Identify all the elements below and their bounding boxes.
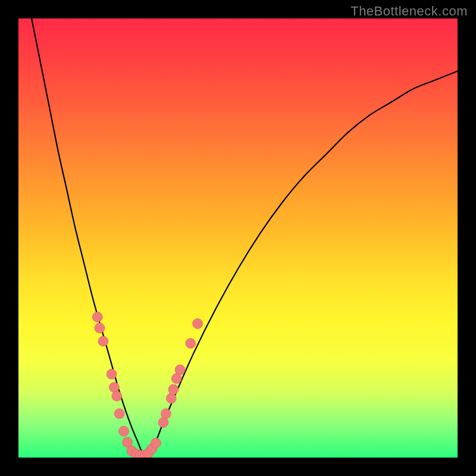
marker-dot xyxy=(109,382,119,392)
marker-group xyxy=(92,312,202,458)
marker-dot xyxy=(186,339,196,349)
marker-dot xyxy=(112,391,122,401)
marker-dot xyxy=(193,318,203,328)
marker-dot xyxy=(158,418,168,428)
marker-dot xyxy=(151,438,161,448)
marker-dot xyxy=(123,437,133,447)
watermark-text: TheBottleneck.com xyxy=(350,4,468,19)
marker-dot xyxy=(161,409,171,419)
marker-dot xyxy=(175,365,185,375)
marker-dot xyxy=(98,336,108,346)
plot-area xyxy=(18,18,458,458)
marker-dot xyxy=(95,323,105,333)
marker-dot xyxy=(119,426,129,436)
marker-dot xyxy=(171,374,181,384)
bottleneck-curve xyxy=(32,18,458,458)
marker-dot xyxy=(107,369,117,379)
marker-dot xyxy=(92,312,102,322)
marker-dot xyxy=(114,409,124,419)
outer-frame: TheBottleneck.com xyxy=(0,0,476,476)
marker-dot xyxy=(168,384,178,394)
chart-svg xyxy=(18,18,458,458)
marker-dot xyxy=(166,393,176,403)
